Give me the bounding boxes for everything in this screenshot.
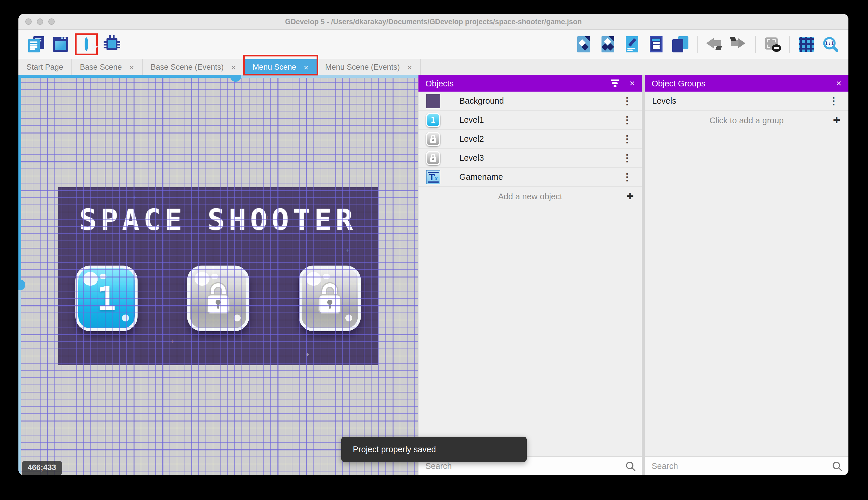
toolbar-separator [697, 36, 697, 53]
toggle-window-mask-button[interactable] [764, 36, 781, 53]
add-group-button[interactable]: Click to add a group + [645, 111, 848, 130]
groups-panel-empty-space [645, 130, 848, 475]
tab-label: Menu Scene [253, 63, 296, 71]
search-icon [832, 461, 843, 471]
instances-list-icon [650, 36, 662, 53]
horizontal-scrollbar[interactable] [19, 75, 418, 78]
scene-editor-icon [53, 37, 68, 52]
close-panel-icon[interactable]: × [630, 79, 635, 88]
redo-button[interactable] [730, 36, 747, 53]
group-row-levels[interactable]: Levels ⋮ [645, 92, 848, 111]
level-buttons-row: 1 [58, 265, 378, 331]
scene-editor-canvas[interactable]: + + + + + + + SPACE SHOOTER 1 [19, 75, 418, 475]
star-decoration: + [133, 194, 137, 201]
kebab-menu-icon[interactable]: ⋮ [620, 172, 634, 182]
kebab-menu-icon[interactable]: ⋮ [620, 115, 634, 125]
object-row-gamename[interactable]: Tx Gamename ⋮ [419, 168, 642, 186]
objects-panel-title: Objects [425, 79, 454, 88]
close-panel-icon[interactable]: × [836, 79, 842, 88]
debugger-button[interactable] [104, 36, 120, 53]
open-objects-editor-button[interactable] [576, 36, 592, 53]
close-tab-icon[interactable]: × [304, 63, 308, 71]
undo-button[interactable] [706, 36, 723, 53]
gdevelop-window: GDevelop 5 - /Users/dkarakay/Documents/G… [19, 14, 848, 475]
object-name: Background [459, 96, 620, 105]
debugger-icon [106, 38, 117, 50]
window-title: GDevelop 5 - /Users/dkarakay/Documents/G… [19, 18, 848, 26]
close-tab-icon[interactable]: × [231, 63, 236, 71]
redo-icon [730, 38, 746, 51]
padlock-icon [317, 281, 343, 315]
level3-button-object[interactable] [299, 265, 361, 331]
project-manager-button[interactable] [28, 36, 44, 53]
open-instances-list-button[interactable] [648, 36, 664, 53]
object-row-level3[interactable]: Level3 ⋮ [419, 149, 642, 168]
horizontal-scroll-handle[interactable] [230, 75, 241, 82]
objects-editor-icon [577, 36, 590, 53]
tab-base-scene[interactable]: Base Scene × [72, 59, 143, 75]
kebab-menu-icon[interactable]: ⋮ [620, 96, 634, 106]
object-row-level2[interactable]: Level2 ⋮ [419, 129, 642, 149]
tab-label: Base Scene [80, 63, 122, 71]
kebab-menu-icon[interactable]: ⋮ [620, 134, 634, 144]
object-row-background[interactable]: Background ⋮ [419, 92, 642, 111]
object-thumbnail-level3 [426, 151, 440, 165]
editor-tabbar: Start Page Base Scene × Base Scene (Even… [19, 59, 848, 75]
object-groups-panel-title: Object Groups [652, 79, 705, 88]
play-button-annotation [75, 33, 98, 55]
screenshot-root: GDevelop 5 - /Users/dkarakay/Documents/G… [0, 0, 868, 500]
group-name: Levels [652, 96, 826, 105]
tab-start-page[interactable]: Start Page [19, 59, 72, 75]
tab-base-scene-events[interactable]: Base Scene (Events) × [143, 59, 245, 75]
open-layers-button[interactable] [672, 36, 689, 53]
add-new-object-button[interactable]: Add a new object + [419, 186, 642, 206]
close-window-button[interactable] [25, 19, 32, 25]
kebab-menu-icon[interactable]: ⋮ [826, 96, 841, 106]
svg-text:1:1: 1:1 [825, 40, 834, 46]
main-area: + + + + + + + SPACE SHOOTER 1 [19, 75, 848, 475]
toolbar: 1:1 [19, 30, 848, 59]
open-properties-button[interactable] [624, 36, 640, 53]
toggle-grid-button[interactable] [798, 36, 814, 53]
object-name: Level1 [459, 115, 620, 124]
objects-search-input[interactable] [424, 461, 625, 471]
level1-label: 1 [78, 269, 135, 328]
groups-search-input[interactable] [650, 461, 832, 471]
object-name: Gamename [459, 172, 620, 181]
star-decoration: + [171, 338, 174, 344]
vertical-scrollbar[interactable] [19, 75, 21, 475]
minimize-window-button[interactable] [37, 19, 43, 25]
objects-panel: Objects × Background ⋮ 1 Level1 ⋮ [418, 75, 642, 475]
tab-menu-scene[interactable]: Menu Scene × [245, 59, 317, 75]
toolbar-left-group [24, 33, 124, 55]
zoom-1-1-icon: 1:1 [822, 36, 838, 53]
zoom-window-button[interactable] [48, 19, 55, 25]
open-object-groups-button[interactable] [600, 36, 616, 53]
tab-label: Menu Scene (Events) [325, 63, 400, 71]
window-mask-icon [765, 37, 778, 49]
scene-editor-button[interactable] [52, 36, 69, 53]
project-manager-icon [28, 36, 44, 53]
tab-label: Base Scene (Events) [151, 63, 224, 71]
preview-play-button[interactable] [85, 39, 88, 49]
level1-button-object[interactable]: 1 [75, 265, 138, 331]
level2-button-object[interactable] [187, 265, 249, 331]
panel-divider[interactable] [642, 75, 645, 475]
zoom-original-button[interactable]: 1:1 [822, 36, 838, 53]
tab-menu-scene-events[interactable]: Menu Scene (Events) × [317, 59, 421, 75]
cursor-coordinates-badge: 466;433 [22, 461, 62, 475]
play-icon [85, 37, 88, 51]
object-groups-panel-header: Object Groups × [645, 75, 848, 92]
object-row-level1[interactable]: 1 Level1 ⋮ [419, 111, 642, 129]
object-thumbnail-background [426, 94, 440, 108]
object-thumbnail-level1: 1 [426, 113, 440, 127]
plus-icon: + [626, 190, 634, 203]
close-tab-icon[interactable]: × [129, 63, 134, 71]
kebab-menu-icon[interactable]: ⋮ [620, 153, 634, 163]
star-decoration: + [346, 248, 350, 254]
toolbar-separator [789, 36, 790, 53]
filter-icon[interactable] [610, 80, 619, 87]
close-tab-icon[interactable]: × [407, 63, 412, 71]
vertical-scroll-handle[interactable] [19, 280, 25, 290]
game-title-text-object[interactable]: SPACE SHOOTER [58, 203, 378, 237]
